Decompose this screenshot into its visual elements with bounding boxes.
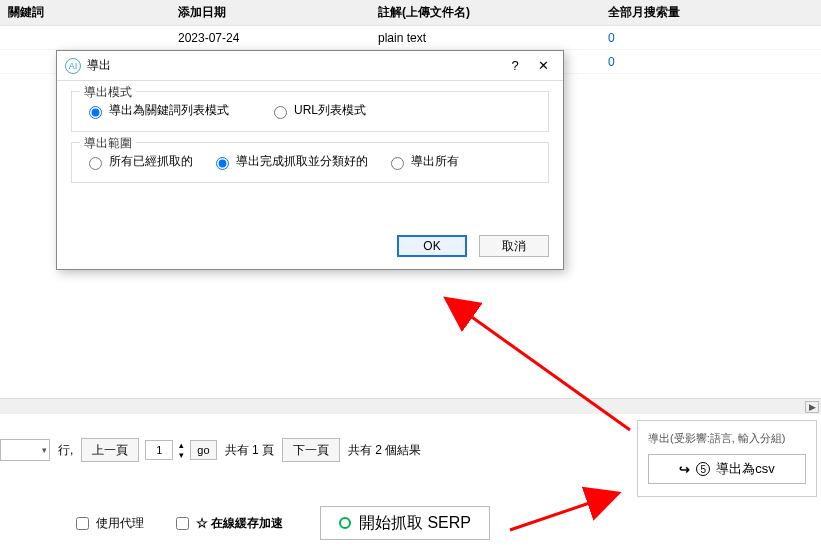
next-page-button[interactable]: 下一頁 (282, 438, 340, 462)
export-csv-label: 導出為csv (716, 460, 775, 478)
share-icon: ↪ (679, 462, 690, 477)
export-panel: 導出(受影響:語言, 輸入分組) ↪ 5 導出為csv (637, 420, 817, 497)
dialog-buttons: OK 取消 (57, 227, 563, 269)
mode-keyword-list-radio[interactable]: 導出為關鍵詞列表模式 (84, 102, 229, 119)
ok-button[interactable]: OK (397, 235, 467, 257)
options-row: 使用代理 ☆ 在線緩存加速 (72, 514, 283, 533)
radio-label: 導出所有 (411, 153, 459, 170)
cache-accel-checkbox[interactable]: ☆ 在線緩存加速 (172, 514, 283, 533)
cell-keyword (0, 26, 170, 50)
bottom-panel: ▾ 行, 上一頁 ▴▾ go 共有 1 頁 下一頁 共有 2 個結果 使用代理 … (0, 414, 821, 556)
app-icon: AI (65, 58, 81, 74)
page-number-input[interactable] (145, 440, 173, 460)
cell-volume[interactable]: 0 (600, 50, 821, 74)
start-scrape-button[interactable]: 開始抓取 SERP (320, 506, 490, 540)
horizontal-scrollbar[interactable]: ▶ (0, 398, 821, 414)
pager: ▾ 行, 上一頁 ▴▾ go 共有 1 頁 下一頁 共有 2 個結果 (0, 438, 423, 462)
export-csv-button[interactable]: ↪ 5 導出為csv (648, 454, 806, 484)
scope-all-radio[interactable]: 導出所有 (386, 153, 459, 170)
start-scrape-label: 開始抓取 SERP (359, 513, 471, 534)
scroll-right-arrow-icon[interactable]: ▶ (805, 401, 819, 413)
radio-label: URL列表模式 (294, 102, 366, 119)
rows-label: 行, (58, 442, 73, 459)
radio-icon[interactable] (216, 157, 229, 170)
chevron-down-icon: ▾ (42, 445, 47, 455)
col-header-volume[interactable]: 全部月搜索量 (600, 0, 821, 26)
export-mode-group: 導出模式 導出為關鍵詞列表模式 URL列表模式 (71, 91, 549, 132)
col-header-note[interactable]: 註解(上傳文件名) (370, 0, 600, 26)
use-proxy-checkbox[interactable]: 使用代理 (72, 514, 144, 533)
table-row[interactable]: 2023-07-24 plain text 0 (0, 26, 821, 50)
mode-url-list-radio[interactable]: URL列表模式 (269, 102, 366, 119)
dialog-title: 導出 (87, 57, 501, 74)
cancel-button[interactable]: 取消 (479, 235, 549, 257)
col-header-keyword[interactable]: 關鍵詞 (0, 0, 170, 26)
scope-classified-radio[interactable]: 導出完成抓取並分類好的 (211, 153, 368, 170)
cell-note: plain text (370, 26, 600, 50)
total-results-label: 共有 2 個結果 (348, 442, 421, 459)
export-dialog: AI 導出 ? ✕ 導出模式 導出為關鍵詞列表模式 URL列表模式 導出範圍 (56, 50, 564, 270)
radio-icon[interactable] (89, 106, 102, 119)
dialog-titlebar[interactable]: AI 導出 ? ✕ (57, 51, 563, 81)
export-mode-legend: 導出模式 (80, 84, 136, 101)
radio-label: 所有已經抓取的 (109, 153, 193, 170)
scope-all-scraped-radio[interactable]: 所有已經抓取的 (84, 153, 193, 170)
checkbox-icon[interactable] (76, 517, 89, 530)
total-pages-label: 共有 1 頁 (225, 442, 274, 459)
prev-page-button[interactable]: 上一頁 (81, 438, 139, 462)
export-scope-legend: 導出範圍 (80, 135, 136, 152)
radio-icon[interactable] (89, 157, 102, 170)
dialog-body: 導出模式 導出為關鍵詞列表模式 URL列表模式 導出範圍 所有已經抓取的 (57, 81, 563, 227)
close-button[interactable]: ✕ (529, 55, 557, 77)
rows-per-page-select[interactable]: ▾ (0, 439, 50, 461)
use-proxy-label: 使用代理 (96, 515, 144, 532)
cell-volume[interactable]: 0 (600, 26, 821, 50)
cell-date: 2023-07-24 (170, 26, 370, 50)
go-button[interactable]: go (190, 440, 216, 460)
checkbox-icon[interactable] (176, 517, 189, 530)
export-hint: 導出(受影響:語言, 輸入分組) (648, 431, 806, 446)
stepper-icon[interactable]: ▴▾ (179, 440, 184, 460)
col-header-date[interactable]: 添加日期 (170, 0, 370, 26)
play-icon (339, 517, 351, 529)
export-scope-group: 導出範圍 所有已經抓取的 導出完成抓取並分類好的 導出所有 (71, 142, 549, 183)
cache-accel-label: ☆ 在線緩存加速 (196, 515, 283, 532)
radio-label: 導出完成抓取並分類好的 (236, 153, 368, 170)
help-button[interactable]: ? (501, 55, 529, 77)
radio-icon[interactable] (391, 157, 404, 170)
radio-label: 導出為關鍵詞列表模式 (109, 102, 229, 119)
step-badge: 5 (696, 462, 710, 476)
radio-icon[interactable] (274, 106, 287, 119)
